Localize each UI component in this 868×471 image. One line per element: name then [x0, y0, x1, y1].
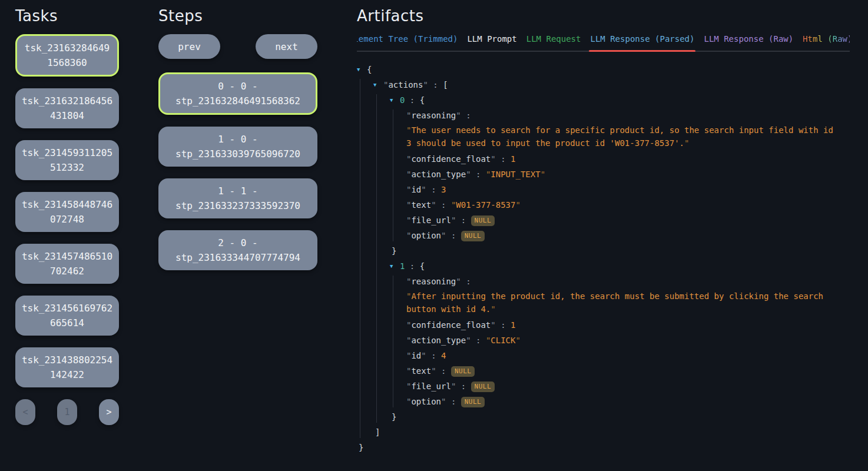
json-tree-row: "reasoning" :	[406, 110, 850, 121]
json-tree-row: "option" : NULL	[406, 230, 850, 241]
json-string-value: "The user needs to search for a specific…	[406, 124, 835, 150]
collapse-caret-icon[interactable]: ▼	[373, 79, 383, 91]
task-item[interactable]: tsk_231458448746072748	[15, 192, 119, 232]
null-badge: NULL	[461, 231, 485, 241]
artifacts-panel: Artifacts Element Tree (Trimmed) LLM Pro…	[357, 0, 850, 457]
task-item[interactable]: tsk_231456169762665614	[15, 296, 119, 336]
json-tree-row: "reasoning" :	[406, 276, 850, 287]
next-step-button[interactable]: next	[256, 34, 317, 59]
json-tree-row: "file_url" : NULL	[406, 214, 850, 226]
tab-llm-response-parsed[interactable]: LLM Response (Parsed)	[590, 34, 694, 51]
task-item[interactable]: tsk_231457486510702462	[15, 244, 119, 284]
tasks-panel: Tasks tsk_231632846491568360 tsk_2316321…	[15, 0, 119, 425]
json-tree-row: "confidence_float" : 1	[406, 319, 850, 331]
tab-llm-request[interactable]: LLM Request	[526, 34, 581, 51]
null-badge: NULL	[451, 366, 475, 377]
collapse-caret-icon[interactable]: ▼	[390, 260, 400, 272]
null-badge: NULL	[471, 215, 495, 226]
json-tree-row: ▼{	[357, 64, 850, 75]
json-tree-row: "text" : "W01-377-8537"	[406, 199, 850, 211]
task-item[interactable]: tsk_231632186456431804	[15, 88, 119, 128]
json-tree-row: "action_type" : "INPUT_TEXT"	[406, 168, 850, 180]
steps-panel: Steps prev next 0 - 0 - stp_231632846491…	[158, 0, 317, 282]
json-tree-row: ▼"actions" : [	[373, 79, 850, 91]
pagination-prev-button[interactable]: <	[15, 399, 35, 425]
json-tree-row: "id" : 4	[406, 350, 850, 361]
collapse-caret-icon[interactable]: ▼	[390, 94, 400, 106]
collapse-caret-icon[interactable]: ▼	[357, 64, 367, 75]
json-tree-row: }	[357, 442, 850, 453]
step-item[interactable]: 2 - 0 - stp_231633344707774794	[158, 230, 317, 270]
step-item[interactable]: 1 - 1 - stp_231633237333592370	[158, 178, 317, 218]
json-tree-row: "action_type" : "CLICK"	[406, 334, 850, 346]
json-tree-children: ▼0 : {"reasoning" : "The user needs to s…	[376, 94, 850, 423]
task-item[interactable]: tsk_231459311205512332	[15, 140, 119, 180]
json-tree-row: "confidence_float" : 1	[406, 153, 850, 165]
json-tree-row: ▼1 : {	[390, 260, 850, 272]
null-badge: NULL	[461, 397, 485, 407]
json-tree-children: "reasoning" : "After inputting the produ…	[393, 276, 850, 407]
json-tree-row: "text" : NULL	[406, 365, 850, 377]
json-tree-row: }	[390, 245, 850, 257]
prev-step-button[interactable]: prev	[158, 34, 220, 59]
json-tree-row: ▼0 : {	[390, 94, 850, 106]
tab-llm-prompt[interactable]: LLM Prompt	[467, 34, 516, 51]
steps-title: Steps	[158, 7, 317, 25]
task-item[interactable]: tsk_231632846491568360	[15, 34, 119, 77]
json-tree-children: "reasoning" : "The user needs to search …	[393, 110, 850, 241]
tab-html-raw[interactable]: Html (Raw)	[803, 34, 850, 51]
pagination-page-button[interactable]: 1	[57, 399, 77, 425]
json-tree-row: "option" : NULL	[406, 396, 850, 407]
json-string-value: "After inputting the product id, the sea…	[406, 290, 835, 316]
json-tree-row: ]	[373, 426, 850, 438]
json-tree-row: "id" : 3	[406, 184, 850, 195]
tasks-title: Tasks	[15, 7, 119, 25]
tasks-pagination: < 1 >	[15, 399, 119, 425]
pagination-next-button[interactable]: >	[99, 399, 119, 425]
json-tree-children: ▼"actions" : [▼0 : {"reasoning" : "The u…	[360, 79, 850, 438]
artifacts-tab-bar: Element Tree (Trimmed) LLM Prompt LLM Re…	[357, 34, 850, 52]
json-tree-row: "file_url" : NULL	[406, 380, 850, 392]
tab-llm-response-raw[interactable]: LLM Response (Raw)	[704, 34, 793, 51]
steps-nav: prev next	[158, 34, 317, 59]
task-item[interactable]: tsk_231438802254142422	[15, 347, 119, 387]
step-item[interactable]: 1 - 0 - stp_231633039765096720	[158, 127, 317, 167]
null-badge: NULL	[471, 382, 495, 392]
step-item[interactable]: 0 - 0 - stp_231632846491568362	[158, 72, 317, 115]
tab-element-tree-trimmed[interactable]: Element Tree (Trimmed)	[357, 34, 458, 51]
artifacts-title: Artifacts	[357, 7, 850, 25]
app: Tasks tsk_231632846491568360 tsk_2316321…	[0, 0, 868, 457]
json-tree-row: }	[390, 411, 850, 423]
json-tree: ▼{▼"actions" : [▼0 : {"reasoning" : "The…	[357, 64, 850, 453]
